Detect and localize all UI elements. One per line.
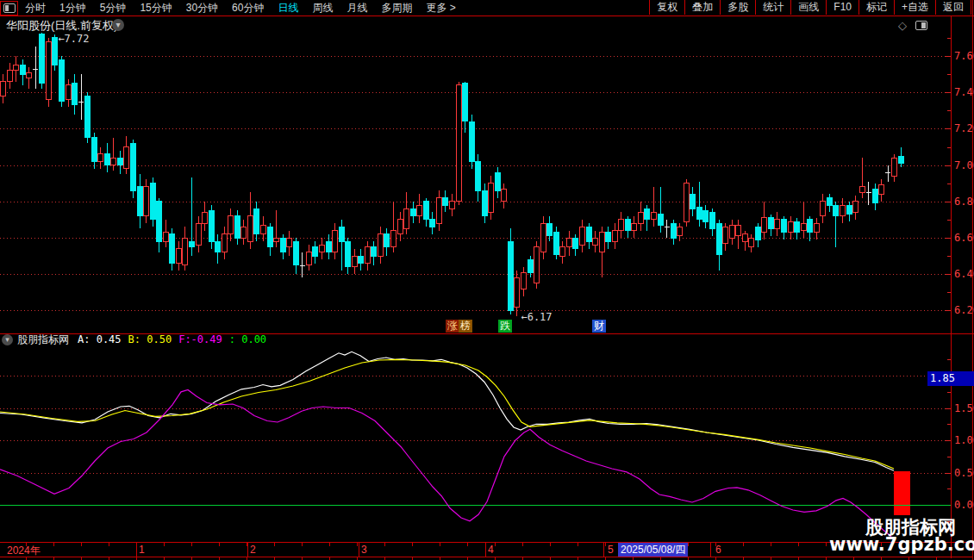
indicator-value: F:-0.49 bbox=[178, 333, 222, 345]
indicator-current-value: 1.85 bbox=[927, 371, 974, 386]
chart-tab-财[interactable]: 财 bbox=[592, 320, 606, 333]
price-label: 7.40 bbox=[954, 86, 974, 98]
toolbar-button-多股[interactable]: 多股 bbox=[720, 0, 755, 15]
period-tab-多周期[interactable]: 多周期 bbox=[374, 1, 419, 16]
chart-tab-涨[interactable]: 涨 bbox=[446, 320, 459, 333]
chart-canvas[interactable] bbox=[0, 0, 974, 560]
date-label-6: 6 bbox=[715, 544, 721, 556]
indicator-values: A: 0.45B: 0.50F:-0.49: 0.00 bbox=[78, 333, 273, 345]
indicator-axis-label: 0.00 bbox=[954, 499, 974, 511]
period-tab-周线[interactable]: 周线 bbox=[305, 1, 340, 16]
toolbar-right-buttons: 复权叠加多股统计画线F10标记+自选返回 bbox=[649, 0, 971, 15]
toolbar-button-叠加[interactable]: 叠加 bbox=[684, 0, 720, 15]
toolbar-button-标记[interactable]: 标记 bbox=[858, 0, 894, 15]
date-label-2: 2 bbox=[250, 544, 256, 556]
indicator-value: : 0.00 bbox=[229, 333, 266, 345]
period-tab-60分钟[interactable]: 60分钟 bbox=[225, 1, 271, 16]
period-tab-5分钟[interactable]: 5分钟 bbox=[93, 1, 134, 16]
date-label-4: 4 bbox=[488, 544, 494, 556]
period-tab-日线[interactable]: 日线 bbox=[271, 1, 305, 16]
panel-toggle-icon[interactable] bbox=[915, 21, 927, 30]
indicator-axis-label: 0.50 bbox=[954, 467, 974, 479]
indicator-chevron-icon[interactable]: ▾ bbox=[2, 334, 13, 345]
date-label-5: 5 bbox=[608, 544, 614, 556]
toolbar-button-画线[interactable]: 画线 bbox=[790, 0, 826, 15]
app-window: 分时1分钟5分钟15分钟30分钟60分钟日线周线月线多周期 更多 > 复权叠加多… bbox=[0, 0, 974, 560]
indicator-axis-label: 1.00 bbox=[954, 434, 974, 446]
period-menu: 分时1分钟5分钟15分钟30分钟60分钟日线周线月线多周期 bbox=[18, 1, 419, 16]
price-label: 7.00 bbox=[954, 159, 974, 171]
period-tab-15分钟[interactable]: 15分钟 bbox=[133, 1, 178, 16]
diamond-icon[interactable]: ◇ bbox=[898, 19, 907, 32]
chart-tab-榜[interactable]: 榜 bbox=[459, 320, 472, 333]
indicator-header: ▾ 股朋指标网 A: 0.45B: 0.50F:-0.49: 0.00 bbox=[2, 333, 273, 345]
period-tab-分时[interactable]: 分时 bbox=[18, 1, 53, 16]
toolbar-button-F10[interactable]: F10 bbox=[826, 0, 858, 15]
price-label: 6.60 bbox=[954, 232, 974, 244]
toolbar-button-统计[interactable]: 统计 bbox=[755, 0, 790, 15]
period-tab-1分钟[interactable]: 1分钟 bbox=[53, 1, 93, 16]
indicator-name[interactable]: 股朋指标网 bbox=[17, 333, 69, 347]
toolbar-button-返回[interactable]: 返回 bbox=[935, 0, 971, 15]
date-highlight: 2025/05/08/四 bbox=[618, 543, 688, 557]
layout-toggle-button[interactable] bbox=[0, 1, 18, 16]
split-panel-icon bbox=[3, 3, 16, 13]
period-tab-30分钟[interactable]: 30分钟 bbox=[179, 1, 225, 16]
indicator-value: A: 0.45 bbox=[78, 333, 122, 345]
toolbar-button-复权[interactable]: 复权 bbox=[649, 0, 684, 15]
high-annotation: ←7.72 bbox=[58, 33, 89, 45]
watermark-site-url: www.7gpzb.com bbox=[829, 534, 974, 555]
chart-tab-跌[interactable]: 跌 bbox=[498, 320, 512, 333]
price-label: 6.40 bbox=[954, 268, 974, 280]
low-annotation: ←6.17 bbox=[521, 311, 552, 323]
stock-title: 华阳股份(日线.前复权) bbox=[6, 18, 117, 34]
date-label-2024年: 2024年 bbox=[7, 544, 41, 558]
date-label-1: 1 bbox=[139, 544, 145, 556]
price-label: 7.20 bbox=[954, 122, 974, 134]
indicator-axis-label: 1.50 bbox=[954, 402, 974, 414]
split-panel-right-icon bbox=[915, 21, 927, 30]
date-label-3: 3 bbox=[361, 544, 367, 556]
period-tab-月线[interactable]: 月线 bbox=[340, 1, 374, 16]
toolbar-button-+自选[interactable]: +自选 bbox=[894, 0, 935, 15]
chevron-down-icon[interactable]: ▾ bbox=[112, 19, 124, 31]
indicator-value: B: 0.50 bbox=[128, 333, 172, 345]
top-toolbar: 分时1分钟5分钟15分钟30分钟60分钟日线周线月线多周期 更多 > 复权叠加多… bbox=[0, 0, 974, 16]
price-label: 6.80 bbox=[954, 196, 974, 208]
more-menu-button[interactable]: 更多 > bbox=[419, 1, 462, 16]
price-label: 6.20 bbox=[954, 304, 974, 316]
price-label: 7.60 bbox=[954, 50, 974, 62]
